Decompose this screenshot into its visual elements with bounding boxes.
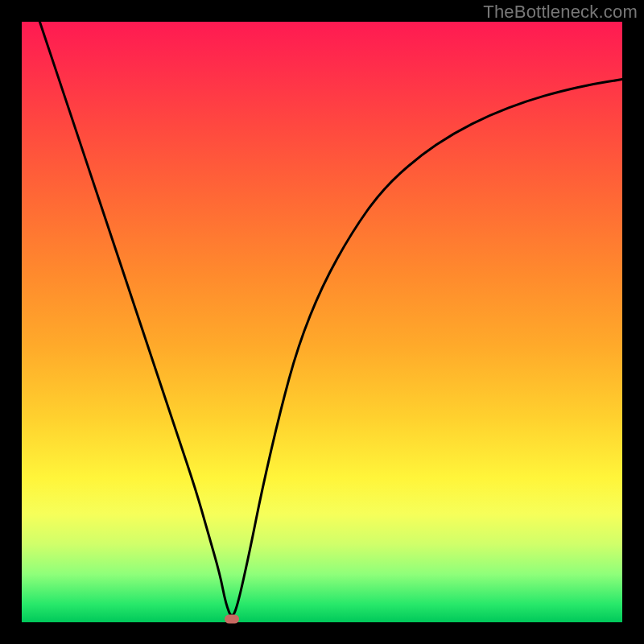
plot-area <box>22 22 622 622</box>
optimal-marker <box>225 615 239 624</box>
chart-frame: TheBottleneck.com <box>0 0 644 644</box>
bottleneck-curve <box>39 22 622 616</box>
watermark-text: TheBottleneck.com <box>483 2 638 23</box>
curve-svg <box>22 22 622 622</box>
